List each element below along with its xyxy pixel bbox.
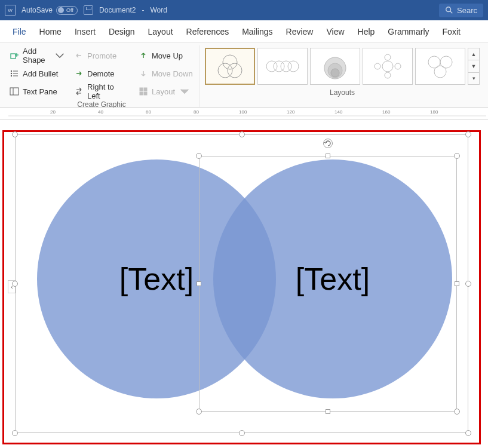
svg-point-30: [375, 63, 380, 69]
save-icon[interactable]: [84, 5, 93, 15]
tab-help[interactable]: Help: [351, 20, 382, 43]
selection-handle[interactable]: [196, 153, 202, 159]
selection-handle[interactable]: [465, 131, 471, 137]
svg-point-17: [223, 55, 237, 69]
tab-mailings[interactable]: Mailings: [235, 20, 279, 43]
svg-point-5: [11, 70, 12, 72]
svg-point-19: [228, 63, 242, 78]
ruler-mark: 140: [334, 109, 342, 115]
selection-handle[interactable]: [12, 281, 18, 287]
svg-rect-15: [140, 92, 143, 95]
svg-rect-14: [144, 88, 147, 91]
svg-point-9: [11, 75, 12, 76]
rotate-handle[interactable]: [323, 139, 333, 148]
svg-point-20: [266, 61, 277, 72]
selection-handle[interactable]: [12, 430, 18, 436]
app-name: Word: [150, 6, 167, 14]
tab-grammarly[interactable]: Grammarly: [381, 20, 435, 43]
layouts-scroll[interactable]: ▲ ▼ ▾: [468, 48, 480, 85]
title-bar: W AutoSave Off Document2 - Word Searc: [0, 0, 488, 20]
chevron-down-icon: [55, 51, 65, 60]
tab-home[interactable]: Home: [33, 20, 68, 43]
demote-button[interactable]: Demote: [72, 66, 131, 81]
selection-handle[interactable]: [465, 281, 471, 287]
layout-option-linear-venn[interactable]: [257, 48, 308, 85]
menu-bar: File Home Insert Design Layout Reference…: [0, 20, 488, 43]
right-to-left-button[interactable]: Right to Left: [72, 84, 131, 99]
move-up-label: Move Up: [152, 51, 183, 60]
ruler-mark: 60: [146, 109, 151, 115]
svg-rect-16: [144, 92, 147, 95]
svg-point-31: [395, 63, 401, 69]
tab-insert[interactable]: Insert: [68, 20, 102, 43]
svg-point-0: [446, 7, 451, 12]
search-placeholder: Searc: [457, 6, 477, 15]
inner-selection-box[interactable]: [199, 156, 457, 412]
tab-layout[interactable]: Layout: [142, 20, 180, 43]
selection-handle[interactable]: [12, 131, 18, 137]
smartart-canvas[interactable]: ‹ [Text] [Text]: [4, 132, 479, 443]
text-pane-button[interactable]: Text Pane: [7, 84, 67, 99]
group-create-graphic: Add Shape Add Bullet Text Pane Promote: [4, 45, 200, 107]
selection-handle[interactable]: [465, 430, 471, 436]
autosave-toggle[interactable]: AutoSave Off: [22, 6, 78, 15]
selection-handle[interactable]: [454, 153, 460, 159]
ruler-mark: 40: [98, 109, 103, 115]
horizontal-ruler[interactable]: 20 40 60 80 100 120 140 160 180: [0, 108, 488, 119]
selection-handle[interactable]: [197, 281, 201, 286]
svg-point-34: [434, 66, 446, 78]
svg-point-28: [385, 54, 391, 60]
arrow-up-icon: [139, 51, 148, 60]
scroll-up-icon[interactable]: ▲: [468, 48, 479, 60]
scroll-down-icon[interactable]: ▼: [468, 60, 479, 72]
promote-button: Promote: [72, 48, 131, 63]
ruler-mark: 120: [287, 109, 294, 115]
text-pane-icon: [10, 87, 19, 96]
svg-rect-2: [11, 54, 16, 59]
add-bullet-button[interactable]: Add Bullet: [7, 66, 67, 81]
move-up-button[interactable]: Move Up: [136, 48, 196, 63]
tab-design[interactable]: Design: [102, 20, 142, 43]
layout-btn-label: Layout: [152, 87, 175, 96]
selection-handle[interactable]: [239, 131, 245, 137]
ribbon: Add Shape Add Bullet Text Pane Promote: [0, 43, 488, 108]
arrow-left-icon: [74, 51, 84, 60]
tab-file[interactable]: File: [6, 20, 33, 43]
layout-icon: [139, 87, 148, 96]
layout-option-basic-venn[interactable]: [205, 48, 255, 85]
add-bullet-icon: [10, 69, 19, 78]
svg-point-27: [382, 61, 393, 72]
selection-handle[interactable]: [326, 154, 330, 158]
svg-point-29: [385, 72, 391, 78]
svg-rect-11: [10, 88, 19, 95]
layout-option-radial-venn[interactable]: [363, 48, 413, 85]
add-shape-icon: [10, 51, 19, 60]
selection-handle[interactable]: [454, 409, 460, 415]
chevron-down-icon: [180, 87, 189, 96]
tab-review[interactable]: Review: [280, 20, 320, 43]
selection-handle[interactable]: [455, 281, 459, 286]
selection-handle[interactable]: [239, 430, 245, 436]
toggle-switch[interactable]: Off: [56, 6, 78, 15]
tab-foxit-pdf[interactable]: Foxit PDF: [436, 20, 482, 43]
word-app-icon: W: [5, 5, 16, 16]
add-shape-button[interactable]: Add Shape: [7, 48, 67, 63]
scroll-more-icon[interactable]: ▾: [468, 73, 479, 84]
svg-point-23: [288, 61, 299, 72]
selection-handle[interactable]: [326, 409, 330, 414]
arrow-down-icon: [139, 69, 148, 78]
arrow-right-icon: [74, 69, 84, 78]
ruler-mark: 180: [430, 109, 438, 115]
selection-handle[interactable]: [196, 409, 202, 415]
search-box[interactable]: Searc: [439, 4, 483, 17]
smartart-canvas-highlight: ‹ [Text] [Text]: [2, 130, 481, 444]
svg-point-32: [428, 56, 440, 68]
layout-option-stacked-venn[interactable]: [310, 48, 360, 85]
demote-label: Demote: [87, 69, 115, 78]
tab-references[interactable]: References: [180, 20, 236, 43]
svg-point-22: [281, 61, 291, 72]
layout-option-interconnected[interactable]: [415, 48, 465, 85]
right-to-left-icon: [74, 87, 84, 96]
add-bullet-label: Add Bullet: [23, 69, 58, 78]
tab-view[interactable]: View: [320, 20, 351, 43]
